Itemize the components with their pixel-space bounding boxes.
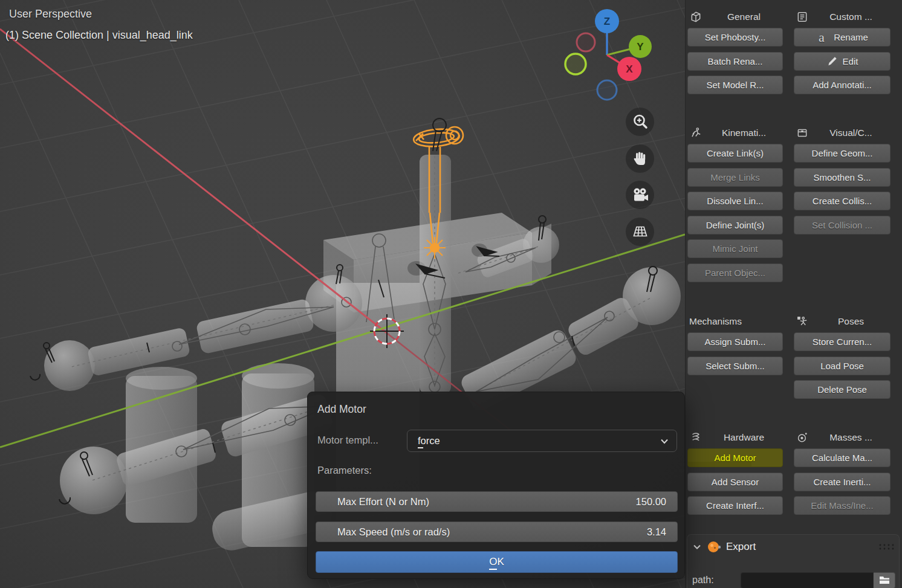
button-label: Create Link(s) [707, 148, 764, 158]
browse-path-button[interactable] [874, 572, 895, 588]
panel-visual-collision: Visual/C...Define Geom...Smoothen S...Cr… [794, 122, 891, 239]
button-label: Load Pose [820, 361, 864, 371]
button-create-collis[interactable]: Create Collis... [794, 192, 891, 210]
button-label: Dissolve Lin... [707, 196, 763, 206]
breadcrumb: (1) Scene Collection | visual_head_link [5, 29, 193, 42]
button-label: Set Model R... [706, 80, 764, 90]
orientation-gizmo[interactable]: Z Y X [559, 5, 659, 105]
button-set-collision[interactable]: Set Collision ... [794, 216, 891, 234]
toggle-perspective-button[interactable] [626, 218, 654, 246]
button-create-interf[interactable]: Create Interf... [687, 496, 783, 515]
button-load-pose[interactable]: Load Pose [794, 357, 891, 375]
perspective-label: User Perspective [9, 8, 92, 21]
max-speed-field[interactable]: Max Speed (m/s or rad/s) 3.14 [316, 522, 678, 542]
button-label: Parent Objec... [705, 268, 765, 278]
panel-title-hardware: Hardware [707, 432, 781, 443]
note-icon [796, 10, 809, 24]
button-mimic-joint[interactable]: Mimic Joint [687, 239, 783, 258]
camera-view-button[interactable] [626, 181, 654, 209]
blender-window: User Perspective (1) Scene Collection | … [0, 0, 902, 588]
motor-template-dropdown[interactable]: force [407, 430, 677, 452]
svg-text:a: a [819, 30, 825, 45]
export-path-input[interactable] [741, 572, 874, 588]
zoom-tool-button[interactable] [626, 108, 654, 136]
camera-icon [631, 186, 650, 204]
pose-person-icon [796, 315, 809, 328]
button-edit-mass-ine[interactable]: Edit Mass/Ine... [794, 496, 891, 515]
button-store-curren[interactable]: Store Curren... [794, 332, 891, 351]
panel-custom-annotations: Custom ...aRenameEditAdd Annotati... [794, 6, 891, 100]
phobos-orange-icon [707, 540, 721, 554]
button-rename[interactable]: aRename [794, 28, 891, 47]
ok-button-label: OK [489, 556, 504, 568]
ok-button[interactable]: OK [316, 551, 678, 573]
button-label: Delete Pose [817, 384, 867, 395]
hand-icon [631, 149, 649, 167]
button-label: Rename [834, 32, 868, 42]
max-effort-value: 150.00 [636, 496, 677, 508]
chevron-down-icon [660, 436, 669, 446]
panel-title-kinematics: Kinemati... [707, 128, 781, 138]
export-panel-header[interactable]: Export [687, 535, 899, 554]
button-merge-links[interactable]: Merge Links [687, 168, 783, 187]
panel-header-visual-collision[interactable]: Visual/C... [794, 122, 891, 144]
button-create-inerti[interactable]: Create Inerti... [794, 473, 891, 491]
button-batch-rena[interactable]: Batch Rena... [687, 52, 783, 71]
panel-title-general: General [707, 11, 781, 22]
panel-grip-handle[interactable] [878, 543, 894, 551]
panel-header-masses-inertia[interactable]: Masses ... [794, 427, 891, 448]
running-person-icon [689, 126, 702, 140]
cube-icon [689, 10, 702, 24]
gizmo-neg-z [597, 80, 617, 100]
panel-title-custom-annotations: Custom ... [813, 11, 889, 22]
button-add-sensor[interactable]: Add Sensor [687, 473, 783, 491]
panel-header-general[interactable]: General [687, 6, 783, 28]
button-label: Define Geom... [812, 148, 873, 158]
panel-header-mechanisms[interactable]: Mechanisms [687, 311, 783, 332]
export-path-label: path: [692, 575, 741, 586]
button-create-link-s[interactable]: Create Link(s) [687, 144, 783, 163]
archive-box-icon [796, 126, 809, 140]
button-add-annotati[interactable]: Add Annotati... [794, 76, 891, 94]
button-select-subm[interactable]: Select Subm... [687, 357, 783, 375]
parameters-label: Parameters: [317, 465, 372, 476]
panel-mechanisms: MechanismsAssign Subm...Select Subm... [687, 311, 783, 380]
panel-title-poses: Poses [813, 316, 889, 327]
button-label: Create Inerti... [813, 477, 871, 487]
button-parent-objec[interactable]: Parent Objec... [687, 263, 783, 282]
dialog-title: Add Motor [317, 403, 366, 416]
button-set-model-r[interactable]: Set Model R... [687, 76, 783, 94]
button-set-phobosty[interactable]: Set Phobosty... [687, 28, 783, 47]
svg-text:Z: Z [604, 16, 610, 27]
panel-header-poses[interactable]: Poses [794, 311, 891, 332]
pan-tool-button[interactable] [626, 144, 654, 173]
force-field-icon [796, 431, 809, 444]
panel-masses-inertia: Masses ...Calculate Ma...Create Inerti..… [794, 427, 891, 520]
max-effort-field[interactable]: Max Effort (N or Nm) 150.00 [316, 491, 678, 512]
button-label: Add Motor [714, 453, 756, 463]
button-smoothen-s[interactable]: Smoothen S... [794, 168, 891, 187]
svg-text:X: X [626, 63, 633, 75]
panel-header-custom-annotations[interactable]: Custom ... [794, 6, 891, 28]
button-label: Add Annotati... [813, 80, 872, 90]
button-dissolve-lin[interactable]: Dissolve Lin... [687, 192, 783, 210]
button-edit[interactable]: Edit [794, 52, 891, 71]
button-add-motor[interactable]: Add Motor [687, 448, 783, 467]
button-label: Batch Rena... [708, 56, 763, 66]
panel-header-kinematics[interactable]: Kinemati... [687, 122, 783, 144]
gizmo-neg-y [565, 54, 586, 74]
button-calculate-ma[interactable]: Calculate Ma... [794, 448, 891, 467]
button-delete-pose[interactable]: Delete Pose [794, 380, 891, 399]
magnifier-plus-icon [631, 113, 649, 131]
button-label: Edit [843, 56, 858, 66]
panel-header-hardware[interactable]: Hardware [687, 427, 783, 448]
panel-title-mechanisms: Mechanisms [689, 316, 781, 327]
button-define-geom[interactable]: Define Geom... [794, 144, 891, 163]
coil-icon [689, 431, 702, 444]
button-define-joint-s[interactable]: Define Joint(s) [687, 216, 783, 234]
button-assign-subm[interactable]: Assign Subm... [687, 332, 783, 351]
font-a-icon: a [816, 30, 829, 45]
button-label: Assign Subm... [705, 337, 766, 347]
panel-title-visual-collision: Visual/C... [813, 128, 889, 138]
button-label: Select Subm... [706, 361, 765, 371]
